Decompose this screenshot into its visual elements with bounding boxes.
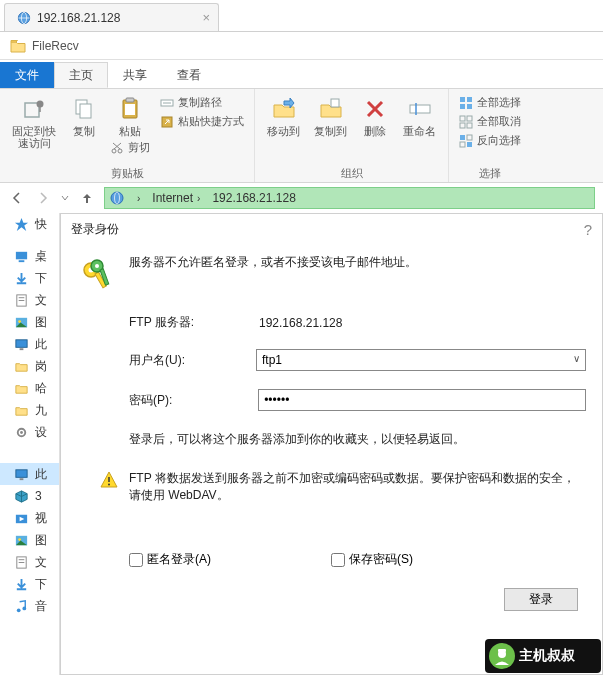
sidebar-item[interactable]: 文 <box>0 289 59 311</box>
delete-icon <box>361 95 389 123</box>
sidebar-item-label: 图 <box>35 532 47 549</box>
path-icon <box>160 96 174 110</box>
anonymous-checkbox[interactable]: 匿名登录(A) <box>129 551 211 568</box>
ribbon-tab-view[interactable]: 查看 <box>162 62 216 88</box>
sidebar-item[interactable]: 视 <box>0 507 59 529</box>
move-to-icon <box>270 95 298 123</box>
dialog-message: 服务器不允许匿名登录，或者不接受该电子邮件地址。 <box>129 254 417 271</box>
sidebar-item[interactable]: 桌 <box>0 245 59 267</box>
download-icon <box>14 271 29 286</box>
copy-path-button[interactable]: 复制路径 <box>158 94 246 111</box>
ribbon-tab-file[interactable]: 文件 <box>0 62 54 88</box>
ribbon-group-organize: 移动到 复制到 删除 重命名 组织 <box>255 89 449 182</box>
help-icon[interactable]: ? <box>584 221 592 238</box>
up-button[interactable] <box>78 189 96 207</box>
doc-icon <box>14 555 29 570</box>
login-dialog: 登录身份 ? 服务器不允许匿名登录，或者不接受该电子邮件地址。 FTP 服务器:… <box>60 213 603 675</box>
browser-tab-row: 192.168.21.128 × <box>0 0 603 32</box>
sidebar-item[interactable]: 图 <box>0 529 59 551</box>
delete-button[interactable]: 删除 <box>357 92 393 140</box>
svg-rect-28 <box>467 116 472 121</box>
copy-to-button[interactable]: 复制到 <box>310 92 351 140</box>
close-icon[interactable]: × <box>202 10 210 25</box>
sidebar-item[interactable]: 岗 <box>0 355 59 377</box>
back-button[interactable] <box>8 189 26 207</box>
svg-rect-18 <box>331 99 339 107</box>
sidebar-item-label: 下 <box>35 270 47 287</box>
cut-button[interactable]: 剪切 <box>108 139 152 156</box>
move-to-button[interactable]: 移动到 <box>263 92 304 140</box>
sidebar-item[interactable]: 图 <box>0 311 59 333</box>
invert-selection-button[interactable]: 反向选择 <box>457 132 523 149</box>
select-all-icon <box>459 96 473 110</box>
save-password-checkbox[interactable]: 保存密码(S) <box>331 551 413 568</box>
sidebar-item[interactable]: 下 <box>0 573 59 595</box>
browser-tab[interactable]: 192.168.21.128 × <box>4 3 219 31</box>
dialog-tip: 登录后，可以将这个服务器添加到你的收藏夹，以便轻易返回。 <box>129 431 586 448</box>
ribbon-tab-share[interactable]: 共享 <box>108 62 162 88</box>
sidebar-item[interactable]: 快 <box>0 213 59 235</box>
breadcrumb[interactable]: › Internet› 192.168.21.128 <box>104 187 595 209</box>
sidebar-item-label: 哈 <box>35 380 47 397</box>
desktop-icon <box>14 249 29 264</box>
svg-point-64 <box>95 264 99 268</box>
avatar-icon <box>489 643 515 669</box>
svg-rect-23 <box>460 97 465 102</box>
pin-icon <box>20 95 48 123</box>
server-label: FTP 服务器: <box>129 314 259 331</box>
sidebar-item[interactable]: 哈 <box>0 377 59 399</box>
password-input[interactable] <box>258 389 586 411</box>
pic-icon <box>14 533 29 548</box>
select-all-button[interactable]: 全部选择 <box>457 94 523 111</box>
sidebar-item-label: 下 <box>35 576 47 593</box>
select-none-button[interactable]: 全部取消 <box>457 113 523 130</box>
password-label: 密码(P): <box>129 392 258 409</box>
select-none-icon <box>459 115 473 129</box>
sidebar-item[interactable]: 此 <box>0 463 59 485</box>
sidebar-item-label: 桌 <box>35 248 47 265</box>
svg-rect-25 <box>460 104 465 109</box>
watermark: 主机叔叔 <box>485 639 601 673</box>
sidebar-item[interactable]: 设 <box>0 421 59 443</box>
sidebar-item[interactable]: 此 <box>0 333 59 355</box>
sidebar-item[interactable]: 3 <box>0 485 59 507</box>
nav-row: › Internet› 192.168.21.128 <box>0 183 603 213</box>
rename-button[interactable]: 重命名 <box>399 92 440 140</box>
scissors-icon <box>110 141 124 155</box>
ribbon-tabs: 文件 主页 共享 查看 <box>0 60 603 88</box>
crumb-root[interactable]: › <box>127 188 146 208</box>
svg-point-11 <box>112 149 116 153</box>
paste-button[interactable]: 粘贴 <box>108 92 152 137</box>
svg-rect-49 <box>16 469 27 477</box>
sidebar-item[interactable]: 九 <box>0 399 59 421</box>
crumb-ip[interactable]: 192.168.21.128 <box>206 188 301 208</box>
svg-rect-30 <box>467 123 472 128</box>
crumb-internet[interactable]: Internet› <box>146 188 206 208</box>
svg-rect-50 <box>20 478 24 480</box>
svg-point-48 <box>20 431 23 434</box>
ribbon: 固定到快 速访问 复制 粘贴 剪切 复制路径 <box>0 88 603 183</box>
svg-rect-7 <box>80 104 91 118</box>
paste-shortcut-button[interactable]: 粘贴快捷方式 <box>158 113 246 130</box>
username-input[interactable] <box>256 349 586 371</box>
history-dropdown-icon[interactable] <box>60 193 70 203</box>
svg-rect-33 <box>460 142 465 147</box>
server-value: 192.168.21.128 <box>259 316 342 330</box>
copy-button[interactable]: 复制 <box>66 92 102 156</box>
svg-rect-39 <box>19 260 25 262</box>
copy-to-icon <box>317 95 345 123</box>
forward-button[interactable] <box>34 189 52 207</box>
pin-button[interactable]: 固定到快 速访问 <box>8 92 60 156</box>
watermark-text: 主机叔叔 <box>519 647 575 665</box>
ribbon-tab-home[interactable]: 主页 <box>54 62 108 88</box>
sidebar-item[interactable]: 音 <box>0 595 59 617</box>
svg-rect-69 <box>498 649 506 652</box>
sidebar-item[interactable]: 下 <box>0 267 59 289</box>
location-text: FileRecv <box>32 39 79 53</box>
main-area: 快 桌 下 文 图 此 岗 哈 九 设 此 3 视 图 文 <box>0 213 603 675</box>
music-icon <box>14 599 29 614</box>
sidebar-item[interactable]: 文 <box>0 551 59 573</box>
shortcut-icon <box>160 115 174 129</box>
svg-rect-31 <box>460 135 465 140</box>
login-button[interactable]: 登录 <box>504 588 578 611</box>
